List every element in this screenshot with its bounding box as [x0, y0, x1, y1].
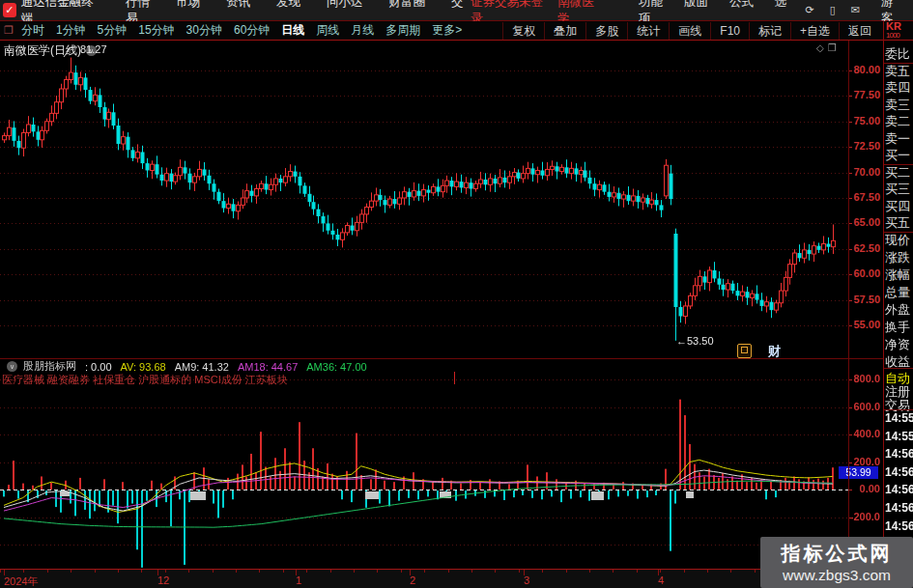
time-tick — [637, 570, 638, 573]
menu-item-版面[interactable]: 版面 — [684, 0, 708, 9]
quote-row-卖五: 卖五 — [885, 63, 913, 80]
indicator-axis-label: 400.0 — [853, 428, 880, 439]
quote-row-14:56: 14:56 — [885, 447, 913, 461]
action-统计[interactable]: 统计 — [627, 22, 669, 40]
quote-row-涨跌: 涨跌 — [885, 249, 913, 266]
panel-separator — [884, 164, 913, 165]
menu-item-功能[interactable]: 功能 — [639, 0, 663, 9]
time-tick — [589, 570, 590, 573]
price-axis-label: 65.00 — [853, 216, 880, 228]
quote-row-卖二: 卖二 — [885, 113, 913, 130]
pane-divider[interactable] — [0, 358, 883, 359]
info-box-icon[interactable] — [737, 344, 752, 358]
indicator-am9: AM9: 41.32 — [175, 361, 229, 373]
time-tick — [330, 570, 331, 573]
time-axis-label: 12 — [157, 574, 169, 586]
high-price-annotation: 81.27 — [80, 43, 107, 55]
period-tab-15分钟[interactable]: 15分钟 — [138, 23, 174, 37]
sync-icon[interactable]: ⟳ — [806, 4, 814, 16]
time-tick — [684, 570, 685, 573]
quote-row-14:56: 14:56 — [885, 519, 913, 533]
time-tick — [259, 570, 260, 573]
quote-row-净资: 净资 — [885, 336, 913, 353]
last-price-tag: 53.99 — [839, 466, 878, 479]
quote-row-外盘: 外盘 — [885, 301, 913, 319]
device-icon[interactable]: ▯ — [830, 4, 836, 16]
period-tab-30分钟[interactable]: 30分钟 — [186, 23, 222, 37]
month-tick — [296, 570, 297, 575]
menu-item-公式[interactable]: 公式 — [729, 0, 754, 9]
panel-separator — [884, 232, 913, 233]
period-tab-周线[interactable]: 周线 — [316, 23, 339, 37]
action-+自选[interactable]: +自选 — [790, 22, 839, 40]
period-tab-多周期[interactable]: 多周期 — [385, 23, 420, 37]
watermark-title: 指标公式网 — [760, 541, 913, 567]
action-画线[interactable]: 画线 — [669, 22, 710, 40]
panel-separator — [884, 63, 913, 64]
indicator-axis-label: 0.00 — [860, 483, 880, 494]
action-标记[interactable]: 标记 — [749, 22, 790, 40]
period-tab-1分钟[interactable]: 1分钟 — [56, 23, 86, 37]
indicator-chart-canvas[interactable] — [0, 359, 848, 569]
time-tick — [613, 570, 613, 573]
indicator-av: AV: 93.68 — [121, 361, 166, 373]
layout-icon[interactable]: ❐ — [4, 24, 14, 37]
stock-concept-tags[interactable]: 医疗器械 融资融券 社保重仓 沪股通标的 MSCI成份 江苏板块 — [2, 373, 288, 387]
menu-item-资讯[interactable]: 资讯 — [226, 0, 250, 9]
panel-separator — [884, 368, 913, 369]
period-tab-月线[interactable]: 月线 — [351, 23, 374, 37]
quote-row-委比: 委比 — [885, 45, 913, 63]
period-tab-日线[interactable]: 日线 — [281, 23, 304, 37]
period-tab-60分钟[interactable]: 60分钟 — [234, 23, 270, 37]
menu-item-发现[interactable]: 发现 — [276, 0, 300, 9]
quote-row-涨幅: 涨幅 — [885, 266, 913, 284]
menu-item-市场[interactable]: 市场 — [176, 0, 200, 9]
period-toolbar: ❐ 分时1分钟5分钟15分钟30分钟60分钟日线周线月线多周期更多> 复权叠加多… — [0, 21, 913, 41]
chart-mini-icons[interactable]: ◇❐ — [816, 42, 841, 53]
time-axis-label: 1 — [296, 574, 301, 586]
price-axis-label: 62.50 — [853, 242, 880, 254]
time-tick — [660, 570, 661, 573]
quote-panel: 委比卖五卖四卖三卖二卖一买一买二买三买四买五现价涨跌涨幅总量外盘换手净资收益自动… — [884, 41, 913, 569]
time-tick — [23, 570, 24, 573]
tag-cursor — [454, 372, 455, 384]
action-F10[interactable]: F10 — [710, 22, 749, 40]
time-tick — [755, 570, 756, 573]
period-tab-分时[interactable]: 分时 — [21, 23, 44, 37]
time-tick — [354, 570, 355, 573]
watermark: 指标公式网 www.zbgs3.com — [760, 537, 913, 588]
price-axis-label: 77.50 — [853, 89, 880, 100]
time-tick — [165, 570, 166, 573]
menubar: ✓ 通达信金融终端 行情市场资讯发现问小达财富圈交易 证券交易未登录 南微医学 … — [0, 0, 913, 21]
quote-row-卖三: 卖三 — [885, 97, 913, 114]
time-axis-label: 2024年 — [4, 574, 38, 588]
menu-item-财富圈[interactable]: 财富圈 — [389, 0, 426, 9]
mail-icon[interactable]: ✉ — [851, 4, 860, 16]
low-price-annotation: ←53.50 — [676, 335, 714, 347]
time-tick — [141, 570, 142, 573]
quote-row-卖一: 卖一 — [885, 130, 913, 148]
indicator-name[interactable]: 股朋指标网 — [23, 359, 76, 374]
period-tab-更多>[interactable]: 更多> — [432, 23, 462, 37]
quote-row-14:56: 14:56 — [885, 483, 913, 496]
price-axis-label: 67.50 — [853, 191, 880, 203]
period-tab-5分钟[interactable]: 5分钟 — [98, 23, 128, 37]
menu-item-问小达[interactable]: 问小达 — [327, 0, 363, 9]
time-tick — [306, 570, 307, 573]
action-多股[interactable]: 多股 — [585, 22, 627, 40]
time-tick — [424, 570, 425, 573]
chevron-down-icon[interactable]: ∨ — [7, 361, 17, 372]
price-axis-label: 75.00 — [853, 115, 880, 126]
price-axis-label: 60.00 — [853, 267, 880, 279]
time-tick — [283, 570, 284, 573]
quote-row-买三: 买三 — [885, 181, 913, 198]
action-复权[interactable]: 复权 — [502, 22, 544, 40]
time-tick — [118, 570, 119, 573]
action-叠加[interactable]: 叠加 — [544, 22, 585, 40]
candlestick-chart-canvas[interactable] — [0, 41, 848, 359]
action-返回[interactable]: 返回 — [839, 22, 880, 40]
indicator-axis-label: 800.0 — [853, 373, 880, 384]
time-tick — [495, 570, 496, 573]
time-tick — [707, 570, 708, 573]
menu-item-行情[interactable]: 行情 — [126, 0, 150, 9]
